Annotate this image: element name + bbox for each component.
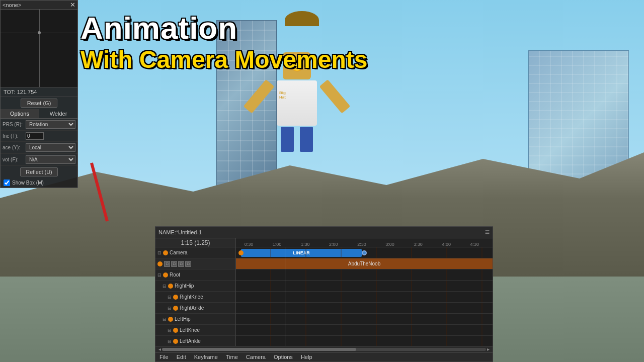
prs-select[interactable]: Rotation Position Scale <box>26 120 75 129</box>
menu-options[interactable]: Options <box>273 353 294 360</box>
ruler-mark-100: 1:00 <box>273 242 282 247</box>
lefthip-label: LeftHip <box>175 316 191 322</box>
track-data-leftknee[interactable] <box>236 325 493 336</box>
track-data-leftankle[interactable] <box>236 336 493 346</box>
inc-input[interactable] <box>26 132 44 140</box>
camera-end-key <box>362 250 367 255</box>
camera-bar-label: LINEAR <box>293 250 310 255</box>
ruler-mark-230: 2:30 <box>357 242 366 247</box>
ruler-mark-200: 2:00 <box>329 242 338 247</box>
righthip-dot <box>168 284 173 289</box>
icon-key1[interactable]: □ <box>164 261 170 267</box>
menu-help[interactable]: Help <box>300 353 313 360</box>
scroll-thumb <box>162 348 356 351</box>
vot-select[interactable]: N/A <box>26 155 75 164</box>
char-shirt-text: BigHat <box>279 90 286 100</box>
track-label-leftankle: ⊟ LeftAnkle <box>155 336 235 346</box>
menu-time[interactable]: Time <box>225 353 239 360</box>
char-leg-left <box>281 127 294 152</box>
track-data-root[interactable] <box>236 269 493 281</box>
track-data-rightknee[interactable] <box>236 292 493 303</box>
ruler-mark-330: 3:30 <box>414 242 423 247</box>
grip-icon: ≡ <box>485 228 490 237</box>
graph-area <box>1 10 77 87</box>
menu-file[interactable]: File <box>158 353 170 360</box>
title-line2: With Camera Movements <box>80 46 367 73</box>
prs-label: PRS (R): <box>3 122 24 127</box>
timeline-menubar: File Edit Keyframe Time Camera Options H… <box>155 352 493 361</box>
scroll-track[interactable] <box>162 348 486 351</box>
menu-camera[interactable]: Camera <box>245 353 267 360</box>
inc-row: Inc (T): <box>1 131 77 142</box>
icon-key2[interactable]: □ <box>171 261 177 267</box>
camera-label: Camera <box>170 250 188 255</box>
ace-select[interactable]: Local World <box>26 143 75 152</box>
menu-edit[interactable]: Edit <box>176 353 187 360</box>
rightankle-dot <box>173 306 178 311</box>
track-label-root: ⊟ Root <box>155 269 235 281</box>
track-data-lefthip[interactable] <box>236 314 493 325</box>
leftankle-dot <box>173 339 178 344</box>
tot-display: TOT: 121.754 <box>1 87 77 97</box>
timeline-name: NAME:*Untitled-1 <box>158 229 482 235</box>
track-label-icons: □ □ □ □ <box>155 258 235 269</box>
root-dot <box>163 273 168 278</box>
showbox-checkbox[interactable] <box>4 179 10 186</box>
timeline-scrollbar: ◂ ▸ <box>155 346 493 352</box>
tab-welder[interactable]: Welder <box>39 109 77 118</box>
icons-dot <box>157 261 163 266</box>
leftankle-label: LeftAnkle <box>180 338 201 344</box>
track-data-rightankle[interactable] <box>236 303 493 314</box>
rightknee-dot <box>173 295 178 300</box>
showbox-row: Show Box (M) <box>1 178 77 188</box>
track-content-col: LINEAR AbduTheNoob <box>236 247 493 346</box>
panel-title: <none> <box>3 2 21 8</box>
char-leg-right <box>300 127 313 152</box>
reflect-button[interactable]: Reflect (U) <box>20 167 58 176</box>
track-label-leftknee: ⊟ LeftKnee <box>155 325 235 336</box>
track-data-camera[interactable]: LINEAR <box>236 247 493 258</box>
root-label: Root <box>170 272 180 278</box>
timeline-panel: NAME:*Untitled-1 ≡ 1:15 (1.25) 0:30 1:00… <box>155 226 493 362</box>
showbox-label: Show Box (M) <box>12 180 44 186</box>
icon-key3[interactable]: □ <box>178 261 184 267</box>
reset-button[interactable]: Reset (G) <box>21 99 58 108</box>
track-data-righthip[interactable] <box>236 281 493 292</box>
track-labels-col: ⊟ Camera □ □ □ □ ⊟ <box>155 247 236 346</box>
leftknee-label: LeftKnee <box>180 327 200 333</box>
ace-row: ace (Y): Local World <box>1 142 77 154</box>
camera-dot <box>163 250 168 255</box>
ruler-mark-300: 3:00 <box>385 242 394 247</box>
track-icons: □ □ □ □ <box>164 261 191 267</box>
graph-vertical-line <box>39 10 40 87</box>
ruler-mark-400: 4:00 <box>442 242 451 247</box>
close-icon[interactable]: ✕ <box>70 2 75 8</box>
tab-options[interactable]: Options <box>1 109 39 118</box>
menu-keyframe[interactable]: Keyframe <box>193 353 219 360</box>
icon-key4[interactable]: □ <box>185 261 191 267</box>
user-bar-label: AbduTheNoob <box>348 261 381 266</box>
ace-label: ace (Y): <box>3 145 24 150</box>
time-display: 1:15 (1.25) <box>181 239 210 246</box>
track-label-lefthip: ⊟ LeftHip <box>155 314 235 325</box>
left-panel: <none> ✕ TOT: 121.754 Reset (G) Options … <box>0 0 78 188</box>
graph-dot <box>38 31 41 34</box>
ruler-mark-430: 4:30 <box>470 242 479 247</box>
ruler-mark-130: 1:30 <box>301 242 310 247</box>
panel-header: <none> ✕ <box>1 1 77 10</box>
righthip-label: RightHip <box>175 283 194 289</box>
prs-row: PRS (R): Rotation Position Scale <box>1 119 77 131</box>
title-line1: Animation <box>80 10 367 46</box>
track-label-rightankle: ⊟ RightAnkle <box>155 303 235 314</box>
character: BigHat <box>277 80 317 126</box>
scroll-right-arrow[interactable]: ▸ <box>486 346 491 352</box>
user-bar: AbduTheNoob <box>236 258 493 269</box>
rightankle-label: RightAnkle <box>180 305 204 311</box>
char-body: BigHat <box>277 80 317 126</box>
scroll-left-arrow[interactable]: ◂ <box>157 346 162 352</box>
track-label-camera: ⊟ Camera <box>155 247 235 258</box>
camera-bar: LINEAR <box>241 249 362 257</box>
lefthip-dot <box>168 317 173 322</box>
track-label-rightknee: ⊟ RightKnee <box>155 292 235 303</box>
vot-row: vot (F): N/A <box>1 154 77 166</box>
